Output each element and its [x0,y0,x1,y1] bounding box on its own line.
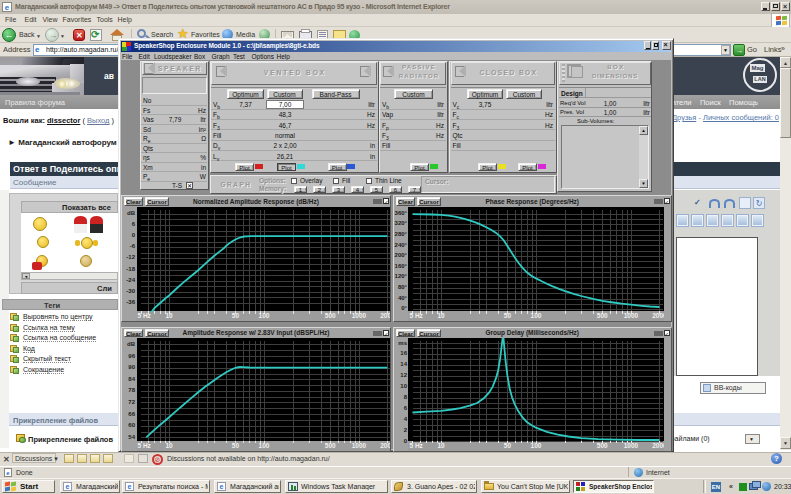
svg-text:50: 50 [231,312,239,319]
svg-text:5 Hz: 5 Hz [410,442,424,449]
svg-text:1000: 1000 [351,442,366,449]
svg-text:500: 500 [597,442,608,449]
svg-text:500: 500 [324,442,335,449]
svg-text:100: 100 [258,442,269,449]
svg-text:10: 10 [165,312,173,319]
svg-text:2000: 2000 [380,312,390,319]
svg-text:500: 500 [324,312,335,319]
svg-text:50: 50 [504,442,512,449]
svg-text:1000: 1000 [351,312,366,319]
svg-text:500: 500 [597,312,608,319]
svg-text:10: 10 [437,442,445,449]
svg-text:2000: 2000 [652,442,663,449]
svg-text:100: 100 [258,312,269,319]
svg-text:50: 50 [504,312,512,319]
svg-text:10: 10 [437,312,445,319]
svg-text:1000: 1000 [624,442,639,449]
svg-text:50: 50 [231,442,239,449]
svg-text:2000: 2000 [380,442,390,449]
svg-text:100: 100 [531,442,542,449]
svg-text:2000: 2000 [652,312,663,319]
svg-text:1000: 1000 [624,312,639,319]
svg-text:10: 10 [165,442,173,449]
svg-text:5 Hz: 5 Hz [410,312,424,319]
svg-text:5 Hz: 5 Hz [137,312,151,319]
svg-text:100: 100 [531,312,542,319]
svg-text:5 Hz: 5 Hz [137,442,151,449]
